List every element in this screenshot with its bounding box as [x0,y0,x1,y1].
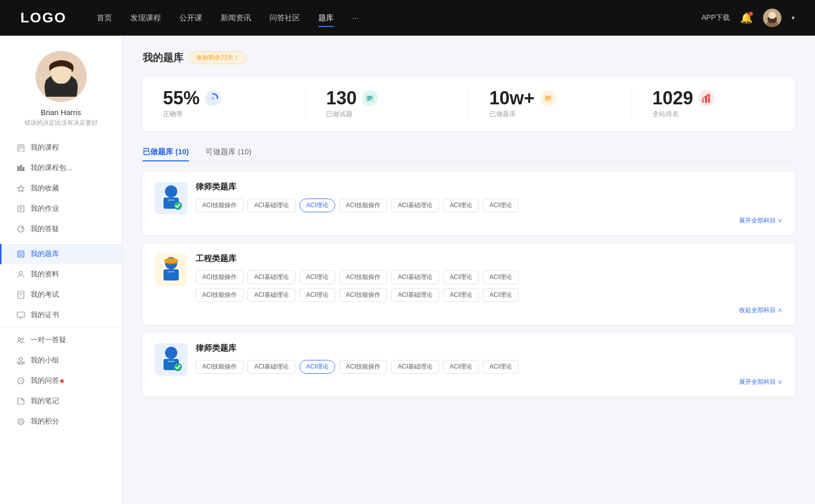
qbank-icon-1[interactable] [155,182,187,214]
sidebar-avatar [36,51,87,102]
qbank-tag[interactable]: ACI基础理论 [248,199,295,212]
qbank-tag[interactable]: ACI基础理论 [391,199,439,212]
notification-bell[interactable]: 🔔 [740,12,753,24]
qbank-tag-active[interactable]: ACI理论 [300,360,335,374]
sidebar-item-label: 我的证书 [31,311,59,320]
sidebar-item-label: 我的课程包... [31,163,72,173]
app-download-link[interactable]: APP下载 [701,13,730,22]
qbank-tag[interactable]: ACI理论 [483,270,519,284]
sidebar-item-course-pkg[interactable]: 我的课程包... [0,158,122,178]
sidebar-item-label: 一对一答疑 [31,335,66,345]
stat-ranking: 1029 全站排名 [632,89,795,119]
svg-text:?: ? [20,227,23,232]
sidebar-item-exam[interactable]: 我的考试 [0,285,122,305]
sidebar-item-qbank[interactable]: 我的题库 [0,244,122,264]
qbank-tag[interactable]: ACI技能操作 [196,360,243,374]
qbank-card-1: 律师类题库 ACI技能操作 ACI基础理论 ACI理论 ACI技能操作 ACI基… [143,172,795,235]
nav-qa[interactable]: 问答社区 [269,11,300,25]
sidebar-item-my-courses[interactable]: 我的课程 [0,137,122,158]
qbank-tag[interactable]: ACI技能操作 [339,288,387,302]
svg-point-23 [19,271,22,274]
qbank-icon-2[interactable] [155,254,187,286]
qbank-tag[interactable]: ACI技能操作 [196,199,243,212]
stat-value-done-q: 130 [326,89,357,107]
sidebar-item-group[interactable]: 我的小组 [0,350,122,371]
svg-rect-62 [166,261,177,263]
sidebar-item-notes[interactable]: 我的笔记 [0,391,122,411]
courses-icon [16,144,25,152]
qbank-icon-3[interactable] [155,343,187,376]
qbank-tag[interactable]: ACI理论 [483,288,519,302]
sidebar-item-label: 我的作业 [31,204,59,213]
qbank-tag[interactable]: ACI技能操作 [339,199,387,212]
qbank-tag[interactable]: ACI技能操作 [196,270,243,284]
qbank-header-2: 工程类题库 ACI技能操作 ACI基础理论 ACI理论 ACI技能操作 ACI基… [155,254,782,315]
qbank-tag[interactable]: ACI理论 [483,360,519,374]
user-dropdown-icon[interactable]: ▾ [792,14,795,21]
sidebar-item-questions[interactable]: ? 我的问答 [0,371,122,391]
sidebar-item-favorites[interactable]: 我的收藏 [0,178,122,199]
question-dot [60,379,64,383]
page-title: 我的题库 [143,51,183,65]
stat-value-rank: 1029 [653,89,693,107]
sidebar-item-label: 我的问答 [31,376,59,385]
navbar-logo[interactable]: LOGO [20,10,66,26]
main-content: 我的题库 体验剩余23天！ 55% 正确率 [122,36,815,504]
nav-home[interactable]: 首页 [97,11,112,25]
tab-available-banks[interactable]: 可做题库 (10) [205,143,252,161]
qbank-tag[interactable]: ACI理论 [443,270,479,284]
qbank-card-3: 律师类题库 ACI技能操作 ACI基础理论 ACI理论 ACI技能操作 ACI基… [143,333,795,397]
stat-main-row-2: 130 [326,89,378,107]
qbank-expand-3[interactable]: 展开全部科目 ∨ [196,378,782,386]
nav-open-course[interactable]: 公开课 [179,11,202,25]
sidebar-item-points[interactable]: 我的积分 [0,411,122,432]
qbank-body-2: 工程类题库 ACI技能操作 ACI基础理论 ACI理论 ACI技能操作 ACI基… [196,254,782,315]
svg-rect-63 [168,263,175,264]
qbank-tag[interactable]: ACI理论 [483,199,519,212]
qbank-title-3: 律师类题库 [196,343,782,354]
stat-main-row-3: 10w+ [490,89,556,107]
lawyer-icon-svg-2 [158,346,184,373]
qbank-tag[interactable]: ACI基础理论 [391,360,439,374]
sidebar-item-1on1[interactable]: 一对一答疑 [0,330,122,350]
user-avatar[interactable] [763,9,781,27]
favorites-icon [16,184,25,192]
sidebar-item-qa[interactable]: ? 我的答疑 [0,219,122,239]
qbank-icon [16,250,25,258]
qbank-tag[interactable]: ACI基础理论 [248,288,295,302]
nav-more[interactable]: ··· [352,11,359,25]
qbank-collapse-2[interactable]: 收起全部科目 ∧ [196,306,782,315]
qbank-tag[interactable]: ACI技能操作 [339,270,387,284]
qbank-tag[interactable]: ACI基础理论 [391,288,439,302]
cert-icon [16,311,25,319]
qbank-tag[interactable]: ACI基础理论 [248,360,295,374]
stat-label-accuracy: 正确率 [163,109,183,119]
qbank-tag[interactable]: ACI理论 [443,199,479,212]
qbank-tag[interactable]: ACI理论 [443,360,479,374]
nav-qbank[interactable]: 题库 [318,11,334,25]
qbank-tag[interactable]: ACI技能操作 [339,360,387,374]
sidebar-item-label: 我的积分 [31,417,59,426]
nav-news[interactable]: 新闻资讯 [221,11,251,25]
qbank-tag[interactable]: ACI技能操作 [196,288,243,302]
svg-point-37 [18,418,24,425]
stat-main-row: 55% [163,89,221,107]
qbank-expand-1[interactable]: 展开全部科目 ∨ [196,216,782,225]
qbank-tag[interactable]: ACI理论 [300,270,335,284]
svg-point-28 [20,318,22,319]
qbank-tag[interactable]: ACI理论 [443,288,479,302]
stat-label-done-q: 已做试题 [326,109,352,119]
nav-discover[interactable]: 发现课程 [130,11,161,25]
tab-done-banks[interactable]: 已做题库 (10) [143,143,189,161]
qbank-body-3: 律师类题库 ACI技能操作 ACI基础理论 ACI理论 ACI技能操作 ACI基… [196,343,782,386]
svg-point-34 [19,362,23,365]
qbank-tag-active[interactable]: ACI理论 [300,199,335,212]
sidebar-item-cert[interactable]: 我的证书 [0,305,122,325]
sidebar-item-profile[interactable]: 我的资料 [0,264,122,285]
sidebar-item-homework[interactable]: 我的作业 [0,199,122,219]
group-icon [16,356,25,365]
qbank-tag[interactable]: ACI基础理论 [248,270,295,284]
stat-accuracy: 55% 正确率 [143,89,306,119]
qbank-tag[interactable]: ACI理论 [300,288,335,302]
qbank-tag[interactable]: ACI基础理论 [391,270,439,284]
